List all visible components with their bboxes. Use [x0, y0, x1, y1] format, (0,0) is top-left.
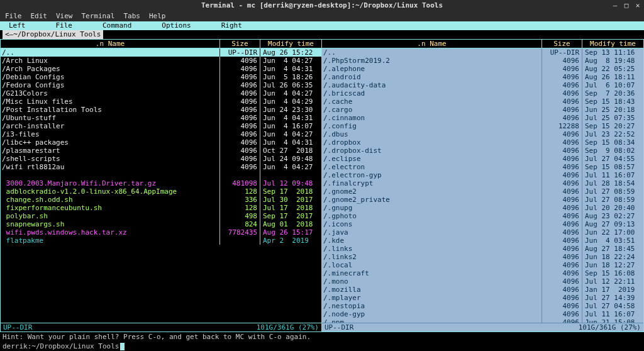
file-row[interactable]: /.mozilla4096Jan 17 2019	[322, 286, 643, 294]
file-row[interactable]: /.links24096Jun 18 22:24	[322, 253, 643, 261]
file-name: /.eclipse	[322, 155, 541, 163]
file-row[interactable]: /.audacity-data4096Jul 6 10:07	[322, 81, 643, 89]
file-mtime: Jul 30 2017	[260, 196, 321, 204]
file-row[interactable]: fixperformanceubuntu.sh128Jul 17 2018	[1, 204, 321, 212]
window-close-icon[interactable]: ✕	[634, 1, 641, 9]
left-panel[interactable]: .n Name Size Modify time /..UP--DIRAug 2…	[0, 39, 322, 332]
file-row[interactable]: /plasmarestart4096Oct 27 2018	[1, 147, 321, 155]
file-row[interactable]: /.cache4096Sep 15 18:43	[322, 98, 643, 106]
term-menu-edit[interactable]: Edit	[31, 12, 48, 20]
file-row[interactable]: /.dropbox-dist4096Sep 9 08:02	[322, 147, 643, 155]
file-row[interactable]: /.electron-gyp4096Jul 11 16:07	[322, 171, 643, 179]
file-row[interactable]: /.gnome2_private4096Jul 27 08:59	[322, 196, 643, 204]
terminal-menubar: File Edit View Terminal Tabs Help	[0, 11, 644, 21]
file-name: /.node-gyp	[322, 310, 541, 318]
file-mtime: Jul 25 07:35	[582, 114, 643, 122]
file-row[interactable]: /.electron4096Sep 15 08:57	[322, 163, 643, 171]
file-row[interactable]: polybar.sh498Sep 17 2017	[1, 212, 321, 220]
file-row[interactable]: /.links4096Aug 27 18:45	[322, 245, 643, 253]
current-path-label: <—~/Dropbox/Linux Tools	[3, 30, 103, 38]
term-menu-tabs[interactable]: Tabs	[123, 12, 140, 20]
mc-menu-right[interactable]: Right	[221, 21, 242, 30]
file-size: 824	[219, 220, 260, 228]
file-row[interactable]: /.mono4096Jul 12 22:11	[322, 277, 643, 286]
file-row[interactable]: /Arch Linux4096Jun 4 04:27	[1, 57, 321, 65]
file-row[interactable]: /arch-installer4096Jun 4 16:07	[1, 122, 321, 130]
cursor-icon	[120, 343, 125, 350]
file-row[interactable]: /.gnupg4096Jul 20 20:40	[322, 204, 643, 212]
mc-menu-file[interactable]: File	[56, 21, 73, 30]
file-row[interactable]: /.android4096Aug 26 18:11	[322, 73, 643, 81]
file-mtime: Jul 12 09:48	[260, 179, 321, 187]
term-menu-view[interactable]: View	[56, 12, 73, 20]
file-size: 4096	[541, 73, 582, 81]
file-row[interactable]: /.cinnamon4096Jul 25 07:35	[322, 114, 643, 122]
left-col-size: Size	[219, 40, 260, 48]
file-row[interactable]: /.bricscad4096Sep 7 20:36	[322, 89, 643, 98]
file-row[interactable]: /.node-gyp4096Jul 11 16:07	[322, 310, 643, 318]
file-size: 4096	[541, 245, 582, 253]
file-name: /G213Colors	[1, 89, 219, 98]
file-row[interactable]: /.eclipse4096Jul 27 04:55	[322, 155, 643, 163]
right-panel[interactable]: .n Name Size Modify time /..UP--DIRSep 1…	[322, 39, 644, 332]
file-row[interactable]: /.dbus4096Jul 23 22:52	[322, 130, 643, 138]
mc-menu-options[interactable]: Options	[162, 21, 191, 30]
file-mtime: Sep 15 20:27	[582, 122, 643, 130]
file-row[interactable]: /..UP--DIRSep 13 11:16	[322, 48, 643, 57]
file-size: 4096	[541, 269, 582, 277]
file-row[interactable]: /Misc Linux files4096Jun 4 04:29	[1, 98, 321, 106]
file-row[interactable]: /Arch Packages4096Jun 4 04:31	[1, 65, 321, 73]
file-mtime: Aug 26 15:22	[260, 48, 321, 57]
term-menu-terminal[interactable]: Terminal	[82, 12, 115, 20]
file-row[interactable]: /.alephone4096Aug 22 05:25	[322, 65, 643, 73]
file-size	[219, 171, 260, 179]
file-row[interactable]: /.finalcrypt4096Jul 28 18:54	[322, 179, 643, 187]
file-row[interactable]: /Fedora Configs4096Jul 26 06:35	[1, 81, 321, 89]
file-size: 4096	[219, 89, 260, 98]
file-row[interactable]: /.nestopia4096Jul 27 04:58	[322, 302, 643, 310]
window-maximize-icon[interactable]: □	[623, 1, 630, 9]
file-row[interactable]: /.gphoto4096Aug 23 02:27	[322, 212, 643, 220]
term-menu-help[interactable]: Help	[149, 12, 166, 20]
file-row[interactable]: /Post Installation Tools4096Jun 24 23:30	[1, 106, 321, 114]
file-size: 4096	[541, 302, 582, 310]
file-row[interactable]: /.java4096Jun 22 17:00	[322, 228, 643, 237]
file-row[interactable]: /.mplayer4096Jul 27 14:39	[322, 294, 643, 302]
file-row[interactable]: /.minecraft4096Sep 15 16:08	[322, 269, 643, 277]
file-row[interactable]: /.config12288Sep 15 20:27	[322, 122, 643, 130]
file-row[interactable]: /.gnome24096Jul 27 08:59	[322, 187, 643, 196]
shell-prompt[interactable]: derrik:~/Dropbox/Linux Tools	[0, 342, 644, 351]
file-row[interactable]	[1, 171, 321, 179]
file-row[interactable]: /.dropbox4096Sep 15 08:34	[322, 138, 643, 147]
file-size: 4096	[541, 220, 582, 228]
file-row[interactable]: flatpakmeApr 2 2019	[1, 237, 321, 245]
file-name: /.electron	[322, 163, 541, 171]
file-row[interactable]: /.local4096Jun 18 12:27	[322, 261, 643, 269]
file-row[interactable]: /.PhpStorm2019.24096Aug 8 19:48	[322, 57, 643, 65]
file-row[interactable]: /wifi rtl8812au4096Jun 4 04:27	[1, 163, 321, 171]
file-name: fixperformanceubuntu.sh	[1, 204, 219, 212]
file-row[interactable]: /Ubuntu-stuff4096Jun 4 04:31	[1, 114, 321, 122]
file-row[interactable]: /Debian Configs4096Jun 5 18:26	[1, 73, 321, 81]
file-mtime: Aug 01 2018	[260, 220, 321, 228]
window-minimize-icon[interactable]: –	[611, 1, 619, 9]
file-row[interactable]: wifi.pwds.windows.hack.tar.xz7782435Aug …	[1, 228, 321, 237]
mc-menu-left[interactable]: Left	[9, 21, 26, 30]
file-row[interactable]: /G213Colors4096Jun 4 04:27	[1, 89, 321, 98]
file-row[interactable]: /..UP--DIRAug 26 15:22	[1, 48, 321, 57]
term-menu-file[interactable]: File	[5, 12, 22, 20]
mc-menu-command[interactable]: Command	[103, 21, 131, 30]
file-row[interactable]: /shell-scripts4096Jul 24 09:48	[1, 155, 321, 163]
file-row[interactable]: /i3-files4096Jun 4 04:27	[1, 130, 321, 138]
file-size: 4096	[219, 155, 260, 163]
file-row[interactable]: 3000.2003.Manjaro.Wifi.Driver.tar.gz4810…	[1, 179, 321, 187]
file-mtime: Oct 27 2018	[260, 147, 321, 155]
file-row[interactable]: adblockradio-v1.2.0-linux-x86_64.AppImag…	[1, 187, 321, 196]
file-row[interactable]: /.npm4096Jun 21 15:08	[322, 318, 643, 323]
file-row[interactable]: /.kde4096Jun 4 03:51	[322, 237, 643, 245]
file-row[interactable]: /libc++ packages4096Jun 4 04:31	[1, 138, 321, 147]
file-row[interactable]: snapnewargs.sh824Aug 01 2018	[1, 220, 321, 228]
file-row[interactable]: change.sh.odd.sh336Jul 30 2017	[1, 196, 321, 204]
file-row[interactable]: /.icons4096Aug 27 09:13	[322, 220, 643, 228]
file-row[interactable]: /.cargo4096Jun 25 20:18	[322, 106, 643, 114]
